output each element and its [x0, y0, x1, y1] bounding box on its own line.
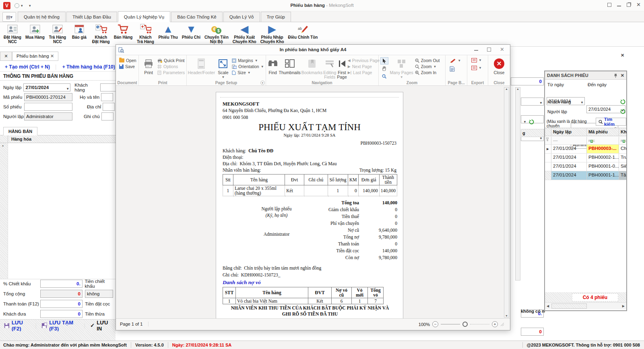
- tab-thiet-lap-ban-dau[interactable]: Thiết Lập Ban Đầu: [66, 12, 117, 22]
- zoom-out-button[interactable]: Zoom Out: [415, 58, 440, 63]
- btn-mua-hang[interactable]: Mua Hàng: [23, 23, 47, 46]
- print-button[interactable]: Print: [140, 57, 157, 80]
- chiet-khau-field[interactable]: 0.: [40, 280, 83, 288]
- many-pages-button[interactable]: Many Pages ▼: [389, 57, 414, 80]
- filter-row[interactable]: — RBC RBC: [545, 137, 626, 145]
- khach-hang-combo[interactable]: [100, 83, 116, 91]
- scrollbar-thumb[interactable]: [551, 303, 587, 309]
- doc-tab-phieu-ban-hang[interactable]: Phiếu bán hàng ✕: [12, 52, 58, 61]
- zoom-slider[interactable]: 100% − +: [419, 321, 504, 327]
- create-new-link[interactable]: + Tạo mới (Ctrl + N): [0, 64, 55, 70]
- save-button[interactable]: LƯU (F2): [0, 320, 35, 332]
- export-pdf-button[interactable]: ▼: [471, 58, 482, 62]
- orientation-button[interactable]: Orientation▼: [232, 64, 264, 69]
- open-button[interactable]: Open: [119, 58, 136, 63]
- dialog-minimize-button[interactable]: [474, 50, 478, 51]
- zoom-slider-knob[interactable]: [462, 322, 468, 327]
- parameters-button[interactable]: ?Parameters: [157, 70, 185, 75]
- tab-tro-giup[interactable]: Trợ Giúp: [261, 12, 291, 22]
- btn-dat-hang-ncc[interactable]: Đặt Hàng NCC: [2, 23, 23, 46]
- so-phieu-field[interactable]: [24, 103, 72, 111]
- find-button[interactable]: Find: [268, 57, 278, 80]
- thanh-toan-field[interactable]: 0: [40, 300, 83, 308]
- zoom-dropdown-button[interactable]: Zoom▼: [415, 64, 440, 69]
- close-preview-button[interactable]: ✕ Close: [490, 57, 508, 80]
- tab-quan-ly-vo[interactable]: Quản Lý Vỏ: [223, 12, 260, 22]
- btn-phieu-chi[interactable]: ▼ Phiếu Chi: [180, 23, 202, 46]
- previous-page-button[interactable]: ◀Previous Page: [348, 58, 380, 63]
- preview-vscrollbar[interactable]: ▲ ▼: [504, 87, 509, 318]
- options-button[interactable]: Options: [157, 64, 185, 69]
- clipped-combo[interactable]: ▼: [521, 98, 544, 106]
- vertical-scrollbar[interactable]: ▲: [515, 87, 520, 280]
- hand-tool-button[interactable]: [380, 65, 388, 72]
- scale-button[interactable]: Scale ▼: [215, 57, 231, 80]
- group-collapse-icon[interactable]: ▾: [260, 81, 265, 85]
- quick-print-button[interactable]: Quick Print: [157, 58, 185, 63]
- thumbnails-button[interactable]: Thumbnails: [279, 57, 301, 80]
- zoom-in-icon[interactable]: +: [492, 321, 498, 327]
- bookmarks-button[interactable]: Bookmarks: [301, 57, 323, 80]
- clipped-refresh-row[interactable]: ▼: [523, 119, 544, 125]
- tab-hang-ban[interactable]: HÀNG BÁN: [3, 127, 37, 135]
- refresh-icon[interactable]: [620, 109, 625, 114]
- editing-fields-button[interactable]: Editing Fields: [323, 57, 336, 80]
- last-page-button[interactable]: ▶|Last Page: [348, 70, 380, 75]
- margins-button[interactable]: Margins▼: [232, 58, 264, 63]
- magnifier-tool-button[interactable]: [380, 73, 388, 80]
- watermark-button[interactable]: ▼: [450, 58, 461, 63]
- list-row[interactable]: 27/01/2024 PBH00001-0... Siêu: [545, 162, 626, 171]
- dialog-titlebar[interactable]: In phiếu bán hàng khổ giấy A4 ✕: [116, 45, 510, 55]
- pin-icon[interactable]: [614, 73, 617, 78]
- zoom-out-icon[interactable]: −: [432, 321, 438, 327]
- btn-phieu-xuat-chuyen-kho[interactable]: ◀ Phiếu Xuất Chuyển Kho: [231, 23, 258, 46]
- refresh-icon[interactable]: [620, 99, 625, 104]
- panel-close-icon[interactable]: ✕: [621, 73, 624, 78]
- close-button[interactable]: ✕: [636, 3, 641, 7]
- resize-grip-icon[interactable]: [500, 322, 504, 326]
- tab-bao-cao-thong-ke[interactable]: Báo Cáo Thống Kê: [171, 12, 223, 22]
- save-temp-button[interactable]: LƯU TẠM (F3): [37, 320, 83, 332]
- tab-quan-ly-nghiep-vu[interactable]: Quản Lý Nghiệp Vụ: [118, 11, 170, 22]
- list-row[interactable]: 27/01/2024 PBH00002-1... Tru: [545, 154, 626, 162]
- btn-tra-hang-ncc[interactable]: Trả Hàng NCC: [47, 23, 68, 46]
- col-hang-hoa[interactable]: Hàng hóa: [8, 135, 35, 143]
- app-menu-button[interactable]: ▤▾: [2, 12, 16, 22]
- khach-dua-field[interactable]: 0: [40, 310, 83, 318]
- preview-area[interactable]: MEKONGSOFT 64 Nguyễn Đình Chiểu, Phường …: [116, 86, 510, 319]
- dialog-maximize-button[interactable]: [487, 48, 491, 52]
- tab-quan-tri-he-thong[interactable]: Quản trị hệ thống: [18, 12, 66, 22]
- page-color-button[interactable]: [450, 66, 461, 72]
- send-pdf-button[interactable]: ▼: [471, 66, 482, 70]
- to-date-picker[interactable]: 27/01/2024▼: [586, 105, 625, 113]
- header-footer-button[interactable]: Header/Footer: [188, 57, 214, 80]
- add-item-link[interactable]: + Thêm hàng hóa (F10): [58, 64, 120, 70]
- search-button[interactable]: Tìm kiếm: [596, 118, 626, 126]
- ghi-chu-field[interactable]: [101, 112, 114, 120]
- items-grid-body[interactable]: *: [0, 143, 116, 279]
- dialog-close-button[interactable]: ✕: [500, 48, 504, 52]
- col-ma-phieu[interactable]: Mã phiếu: [587, 128, 619, 136]
- btn-ban-hang[interactable]: Bán Hàng: [112, 23, 135, 46]
- btn-chuyen-tien-noi-bo[interactable]: €$ Chuyển Tiền Nội Bộ: [202, 23, 231, 46]
- btn-phieu-nhap-chuyen-kho[interactable]: ▶ Phiếu Nhập Chuyển Kho: [258, 23, 286, 46]
- btn-khach-dat-hang[interactable]: Khách Đặt Hàng: [90, 23, 112, 46]
- pin-window-button[interactable]: [607, 3, 611, 7]
- size-button[interactable]: Size▼: [232, 70, 264, 75]
- minimize-button[interactable]: [617, 6, 621, 6]
- btn-phieu-thu[interactable]: ▲ Phiếu Thu: [156, 23, 180, 46]
- pointer-tool-button[interactable]: [380, 57, 388, 64]
- next-page-button[interactable]: ▶Next Page: [348, 64, 380, 69]
- save-document-button[interactable]: Save: [119, 64, 136, 69]
- btn-bao-gia[interactable]: Báo giá: [68, 23, 90, 46]
- col-ngay-lap[interactable]: Ngày lập: [551, 128, 587, 136]
- horizontal-scrollbar[interactable]: ◀ ▶: [545, 302, 626, 310]
- tabgroup-close-icon[interactable]: ✕: [621, 53, 624, 58]
- ngay-lap-picker[interactable]: 27/01/2024▼: [23, 83, 70, 91]
- maximize-button[interactable]: [627, 3, 631, 7]
- col-khach-hang[interactable]: Khá: [619, 128, 626, 136]
- chevron-down-icon[interactable]: ▼: [66, 85, 69, 93]
- list-row[interactable]: ▸ 27/01/2024 PBH00003-... Chú: [545, 145, 626, 154]
- zoom-in-button[interactable]: Zoom In: [415, 70, 440, 75]
- tab-close-icon[interactable]: ✕: [50, 54, 54, 58]
